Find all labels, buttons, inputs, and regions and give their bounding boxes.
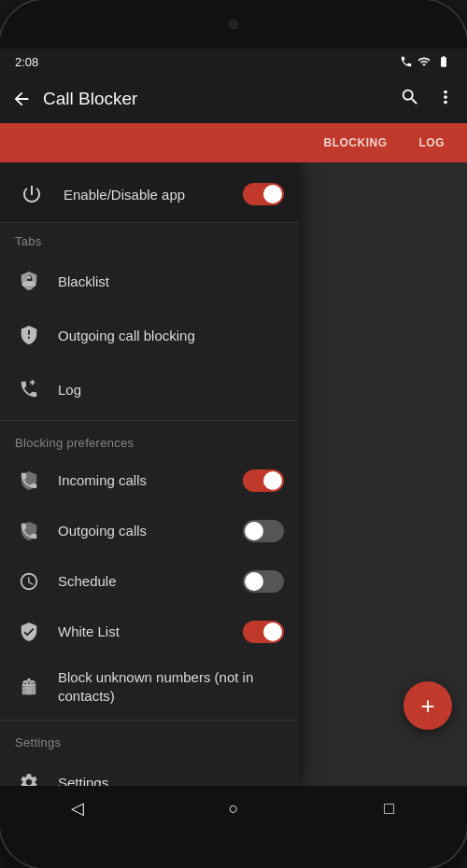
status-icons	[400, 55, 452, 68]
settings-icon	[15, 768, 43, 786]
outgoing-calls-label: Outgoing calls	[58, 522, 228, 540]
nav-settings[interactable]: Settings	[0, 755, 299, 786]
schedule-label: Schedule	[58, 572, 228, 591]
white-list-row[interactable]: White List	[0, 607, 299, 657]
nav-back-button[interactable]: ◁	[59, 790, 96, 827]
fab-add-button[interactable]: +	[403, 681, 452, 730]
status-bar: 2:08	[0, 49, 467, 75]
white-list-label: White List	[58, 623, 228, 641]
search-button[interactable]	[400, 87, 420, 112]
nav-outgoing-call-blocking[interactable]: Outgoing call blocking	[0, 308, 299, 362]
schedule-toggle[interactable]	[243, 570, 284, 593]
incoming-calls-icon	[15, 467, 43, 495]
outgoing-calls-row[interactable]: Outgoing calls	[0, 506, 299, 556]
battery-icon	[435, 55, 452, 68]
block-unknown-icon	[15, 673, 43, 701]
block-unknown-label: Block unknown numbers (not in contacts)	[58, 668, 284, 705]
phone-bottom-bezel	[0, 831, 467, 868]
outgoing-calls-icon	[15, 517, 43, 545]
phone-frame: 2:08 Call Blocker BLOCKING LOG	[0, 0, 467, 868]
tab-log[interactable]: LOG	[404, 129, 460, 157]
camera	[229, 20, 238, 29]
blacklist-label: Blacklist	[58, 273, 284, 289]
status-time: 2:08	[15, 55, 38, 69]
incoming-calls-label: Incoming calls	[58, 471, 228, 490]
back-button[interactable]	[11, 89, 32, 109]
notch-area	[0, 0, 467, 49]
content-area: Enable/Disable app Tabs Blacklist Outgoi…	[0, 162, 467, 786]
nav-home-button[interactable]: ○	[215, 790, 252, 827]
divider-2	[0, 720, 299, 721]
navigation-bar: ◁ ○ □	[0, 786, 467, 831]
schedule-icon	[15, 567, 43, 595]
navigation-drawer: Enable/Disable app Tabs Blacklist Outgoi…	[0, 162, 299, 786]
toolbar-icons	[400, 87, 456, 112]
toolbar-title: Call Blocker	[43, 89, 400, 109]
outgoing-call-blocking-label: Outgoing call blocking	[58, 328, 284, 343]
call-status-icon	[400, 55, 413, 68]
enable-toggle[interactable]	[243, 183, 284, 205]
divider-1	[0, 420, 299, 421]
outgoing-calls-toggle[interactable]	[243, 520, 284, 542]
white-list-toggle[interactable]	[243, 621, 284, 643]
block-unknown-row[interactable]: Block unknown numbers (not in contacts)	[0, 657, 299, 716]
incoming-calls-row[interactable]: Incoming calls	[0, 455, 299, 506]
blacklist-icon	[15, 267, 43, 295]
svg-rect-4	[22, 685, 36, 686]
nav-log[interactable]: Log	[0, 362, 299, 416]
power-icon	[15, 177, 49, 211]
settings-section-label: Settings	[0, 724, 299, 755]
white-list-icon	[15, 618, 43, 646]
schedule-row[interactable]: Schedule	[0, 556, 299, 607]
toolbar: Call Blocker	[0, 75, 467, 123]
outgoing-call-blocking-icon	[15, 321, 43, 349]
tab-blocking[interactable]: BLOCKING	[309, 129, 403, 157]
more-options-button[interactable]	[435, 87, 456, 112]
tab-bar: BLOCKING LOG	[0, 123, 467, 162]
tabs-section-label: Tabs	[0, 223, 299, 254]
enable-disable-label: Enable/Disable app	[64, 187, 228, 203]
nav-blacklist[interactable]: Blacklist	[0, 254, 299, 308]
incoming-calls-toggle[interactable]	[243, 469, 284, 492]
nav-recents-button[interactable]: □	[371, 790, 408, 827]
log-icon	[15, 375, 43, 403]
blocking-section-label: Blocking preferences	[0, 425, 299, 455]
settings-label: Settings	[58, 775, 284, 787]
wifi-icon	[417, 55, 432, 68]
svg-point-0	[27, 276, 31, 280]
enable-disable-row[interactable]: Enable/Disable app	[0, 162, 299, 223]
svg-point-1	[27, 678, 31, 681]
log-label: Log	[58, 382, 284, 398]
